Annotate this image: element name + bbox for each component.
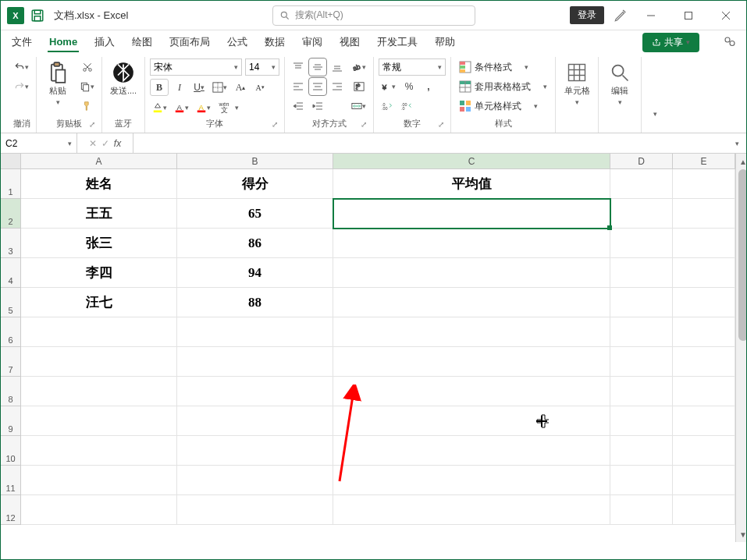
vertical-scrollbar[interactable]: ▲ ▼: [735, 154, 746, 542]
cell-D10[interactable]: [610, 436, 673, 466]
close-button[interactable]: [712, 4, 740, 27]
tab-draw[interactable]: 绘图: [130, 32, 154, 52]
name-box[interactable]: C2 ▾: [1, 133, 77, 153]
cell-A10[interactable]: [21, 436, 177, 466]
cells-format-button[interactable]: 单元格 ▾: [560, 58, 593, 109]
merge-button[interactable]: ▾: [349, 97, 368, 115]
cell-D5[interactable]: [610, 288, 673, 317]
comma-button[interactable]: ,: [420, 78, 437, 95]
cell-E10[interactable]: [673, 436, 735, 466]
find-button[interactable]: 编辑 ▾: [603, 58, 636, 109]
decrease-decimal-button[interactable]: .00.0: [398, 97, 415, 115]
accounting-format-button[interactable]: ¥▾: [379, 78, 398, 95]
cell-C10[interactable]: [333, 436, 610, 466]
row-header[interactable]: 3: [1, 229, 21, 258]
wrap-text-button[interactable]: abc: [349, 78, 368, 95]
cell-C2[interactable]: [333, 199, 610, 229]
scroll-up-icon[interactable]: ▲: [736, 155, 746, 168]
col-header-b[interactable]: B: [177, 154, 333, 168]
maximize-button[interactable]: [674, 4, 703, 27]
cell-B8[interactable]: [177, 377, 333, 406]
cell-C12[interactable]: [333, 495, 610, 525]
col-header-c[interactable]: C: [333, 154, 610, 168]
col-header-e[interactable]: E: [673, 154, 735, 168]
cell-C6[interactable]: [333, 317, 610, 347]
cell-B2[interactable]: 65: [177, 199, 333, 229]
row-header[interactable]: 2: [1, 199, 21, 229]
col-header-d[interactable]: D: [610, 154, 673, 168]
cell-styles-button[interactable]: 单元格样式▾: [456, 97, 550, 115]
italic-button[interactable]: I: [171, 79, 188, 96]
row-header[interactable]: 5: [1, 288, 21, 317]
cell-D6[interactable]: [610, 317, 673, 347]
cell-C3[interactable]: [333, 229, 610, 258]
cell-E1[interactable]: [673, 169, 735, 199]
format-as-table-button[interactable]: 套用表格格式▾: [456, 78, 550, 95]
increase-font-button[interactable]: A▴: [232, 79, 249, 96]
cell-C11[interactable]: [333, 466, 610, 495]
cell-B4[interactable]: 94: [177, 258, 333, 288]
cell-E12[interactable]: [673, 495, 735, 525]
format-painter-button[interactable]: [77, 97, 97, 115]
tab-view[interactable]: 视图: [338, 32, 361, 52]
minimize-button[interactable]: [637, 4, 665, 27]
cell-B12[interactable]: [177, 495, 333, 525]
cell-E9[interactable]: [673, 406, 735, 436]
tab-review[interactable]: 审阅: [301, 32, 324, 52]
cell-D3[interactable]: [610, 229, 673, 258]
cell-C9[interactable]: [333, 406, 610, 436]
underline-button[interactable]: U▾: [190, 79, 208, 96]
cell-E8[interactable]: [673, 377, 735, 406]
scroll-down-icon[interactable]: ▼: [736, 528, 746, 541]
increase-decimal-button[interactable]: .0.00: [379, 97, 396, 115]
tab-formulas[interactable]: 公式: [226, 32, 249, 52]
tab-page-layout[interactable]: 页面布局: [168, 32, 212, 52]
cell-A9[interactable]: [21, 406, 177, 436]
ribbon-options-button[interactable]: ▾: [646, 105, 663, 122]
tab-data[interactable]: 数据: [263, 32, 286, 52]
align-left-button[interactable]: [290, 78, 307, 95]
row-header[interactable]: 7: [1, 347, 21, 377]
cell-D1[interactable]: [610, 169, 673, 199]
bluetooth-send-button[interactable]: 发送....: [107, 58, 140, 100]
formula-bar-expand[interactable]: ▾: [727, 133, 746, 153]
cell-E6[interactable]: [673, 317, 735, 347]
row-header[interactable]: 4: [1, 258, 21, 288]
align-center-button[interactable]: [309, 78, 326, 95]
cell-C8[interactable]: [333, 377, 610, 406]
tab-developer[interactable]: 开发工具: [375, 32, 419, 52]
cell-B6[interactable]: [177, 317, 333, 347]
orientation-button[interactable]: ab▾: [349, 58, 368, 76]
tab-insert[interactable]: 插入: [93, 32, 116, 52]
cell-D8[interactable]: [610, 377, 673, 406]
clipboard-launcher[interactable]: ⤢: [89, 120, 98, 129]
save-icon[interactable]: [30, 9, 44, 23]
font-color-button[interactable]: A▾: [172, 99, 191, 116]
cell-A12[interactable]: [21, 495, 177, 525]
row-header[interactable]: 9: [1, 406, 21, 436]
cell-B9[interactable]: [177, 406, 333, 436]
cell-B11[interactable]: [177, 466, 333, 495]
copy-button[interactable]: ▾: [77, 78, 97, 95]
cell-E7[interactable]: [673, 347, 735, 377]
cell-A8[interactable]: [21, 377, 177, 406]
cell-A5[interactable]: 汪七: [21, 288, 177, 317]
bold-button[interactable]: B: [150, 79, 169, 96]
cell-B1[interactable]: 得分: [177, 169, 333, 199]
row-header[interactable]: 1: [1, 169, 21, 199]
cell-C5[interactable]: [333, 288, 610, 317]
cell-A11[interactable]: [21, 466, 177, 495]
scrollbar-thumb[interactable]: [738, 169, 746, 341]
col-header-a[interactable]: A: [21, 154, 177, 168]
cell-D7[interactable]: [610, 347, 673, 377]
cell-C1[interactable]: 平均值: [333, 169, 610, 199]
cell-A1[interactable]: 姓名: [21, 169, 177, 199]
align-top-button[interactable]: [290, 58, 307, 76]
number-format-select[interactable]: 常规▾: [379, 58, 446, 76]
decrease-font-button[interactable]: A▾: [251, 79, 269, 96]
percent-button[interactable]: %: [400, 78, 418, 95]
search-box[interactable]: 搜索(Alt+Q): [272, 5, 475, 26]
cancel-formula-icon[interactable]: ✕: [89, 138, 97, 149]
cell-E11[interactable]: [673, 466, 735, 495]
row-header[interactable]: 12: [1, 495, 21, 525]
